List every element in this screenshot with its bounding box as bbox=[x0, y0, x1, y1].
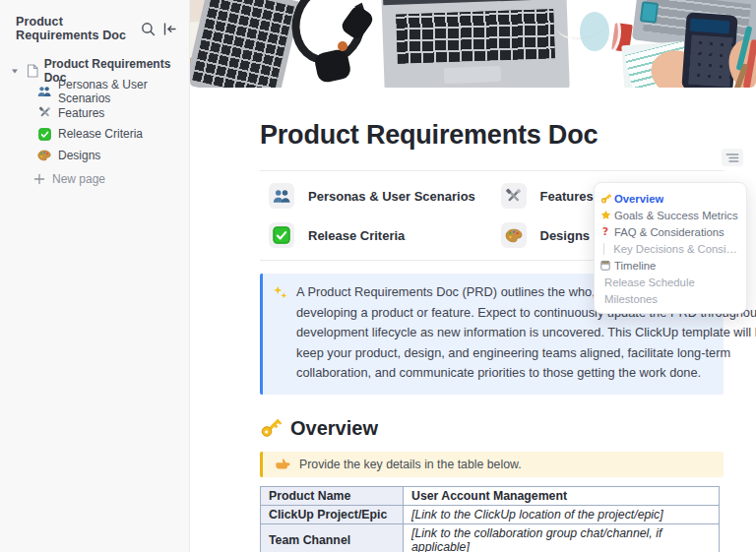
sidebar-header: Product Requirements Doc bbox=[0, 0, 189, 52]
sidebar-item-label: Designs bbox=[58, 149, 100, 162]
toc-item-release-schedule[interactable]: Release Schedule bbox=[595, 274, 746, 290]
sidebar-item-personas[interactable]: Personas & User Scenarios bbox=[0, 82, 189, 103]
clickup-doc-page: { "sidebar": { "title": "Product Require… bbox=[0, 0, 756, 552]
personas-icon bbox=[269, 183, 294, 209]
toc-item-goals[interactable]: Goals & Success Metrics bbox=[595, 207, 746, 223]
table-row: ClickUp Project/Epic [Link to the ClickU… bbox=[261, 505, 720, 523]
key-icon bbox=[260, 416, 282, 442]
check-icon bbox=[269, 222, 294, 248]
palette-icon bbox=[37, 150, 51, 161]
chevron-expand-icon[interactable] bbox=[8, 67, 21, 75]
palette-icon bbox=[501, 222, 527, 248]
table-cell-label[interactable]: Product Name bbox=[261, 486, 404, 505]
overview-heading: Overview bbox=[290, 417, 378, 440]
toc-icon[interactable] bbox=[722, 149, 743, 166]
toc-item-label: Release Schedule bbox=[604, 276, 695, 288]
toc-item-milestones[interactable]: Milestones bbox=[595, 290, 746, 307]
cover-phone bbox=[640, 1, 659, 24]
overview-heading-row[interactable]: Overview bbox=[260, 416, 724, 442]
quick-link-label: Designs bbox=[540, 228, 591, 243]
tip-callout[interactable]: Provide the key details in the table bel… bbox=[260, 452, 724, 477]
toc-item-label: Timeline bbox=[614, 260, 656, 272]
quick-link-personas[interactable]: Personas & User Scenarios bbox=[260, 180, 492, 212]
toc-popup: Overview Goals & Success Metrics ? FAQ &… bbox=[594, 182, 747, 314]
star-icon bbox=[599, 210, 611, 220]
table-cell-value[interactable]: User Account Management bbox=[404, 486, 720, 505]
pointing-hand-icon bbox=[275, 458, 290, 470]
personas-icon bbox=[37, 86, 51, 97]
sidebar: Product Requirements Doc Product Require… bbox=[0, 0, 190, 552]
toc-item-overview[interactable]: Overview bbox=[595, 190, 746, 207]
search-icon[interactable] bbox=[141, 22, 156, 36]
tip-text: Provide the key details in the table bel… bbox=[299, 458, 522, 471]
cover-calculator-keys bbox=[688, 35, 732, 88]
doc-body: Product Requirements Doc Personas & User… bbox=[190, 88, 756, 552]
cover-glass-water bbox=[580, 12, 609, 51]
cover-laptop-keys bbox=[396, 9, 555, 64]
collapse-sidebar-icon[interactable] bbox=[162, 22, 177, 36]
overview-table: Product Name User Account Management Cli… bbox=[260, 486, 720, 552]
toc-item-label: Key Decisions & Consideratio... bbox=[613, 243, 740, 255]
table-cell-label[interactable]: ClickUp Project/Epic bbox=[261, 505, 404, 523]
cover-headphone-cup bbox=[313, 48, 351, 84]
sidebar-item-label: Release Criteria bbox=[58, 127, 143, 141]
quick-link-label: Features bbox=[540, 189, 594, 204]
page-title[interactable]: Product Requirements Doc bbox=[260, 120, 724, 151]
question-icon: ? bbox=[599, 225, 611, 238]
sidebar-tree: Product Requirements Doc Personas & User… bbox=[0, 60, 189, 190]
sparkles-icon bbox=[273, 285, 287, 384]
key-icon bbox=[599, 193, 611, 204]
quick-link-label: Personas & User Scenarios bbox=[308, 189, 475, 204]
table-row: Team Channel [Link to the collaboration … bbox=[261, 523, 720, 552]
table-cell-value[interactable]: [Link to the collaboration group chat/ch… bbox=[404, 523, 720, 552]
toc-item-label: Milestones bbox=[604, 293, 658, 305]
table-row: Product Name User Account Management bbox=[261, 486, 720, 505]
toc-item-label: Overview bbox=[614, 193, 663, 205]
toc-item-timeline[interactable]: Timeline bbox=[595, 257, 746, 274]
quick-link-label: Release Criteria bbox=[308, 228, 405, 243]
quick-link-release-criteria[interactable]: Release Criteria bbox=[260, 219, 492, 251]
tools-icon bbox=[501, 183, 527, 209]
intro-line: collaboration, and communicate prioritie… bbox=[296, 363, 756, 384]
new-page-label: New page bbox=[52, 172, 105, 186]
toc-item-key-decisions[interactable]: Key Decisions & Consideratio... bbox=[595, 240, 746, 257]
cover-laptop-trackpad bbox=[444, 66, 502, 84]
table-cell-value[interactable]: [Link to the ClickUp location of the pro… bbox=[404, 505, 720, 523]
new-page-button[interactable]: New page bbox=[0, 169, 189, 191]
calendar-icon bbox=[599, 260, 611, 271]
sidebar-item-label: Personas & User Scenarios bbox=[58, 78, 189, 105]
toc-item-faq[interactable]: ? FAQ & Considerations bbox=[595, 223, 746, 240]
intro-line: development lifecycle as new information… bbox=[296, 323, 756, 343]
sidebar-item-designs[interactable]: Designs bbox=[0, 145, 189, 166]
sidebar-item-release-criteria[interactable]: Release Criteria bbox=[0, 124, 189, 146]
indent-bar bbox=[603, 243, 604, 255]
table-cell-label[interactable]: Team Channel bbox=[261, 523, 404, 552]
plus-icon bbox=[32, 173, 46, 185]
intro-line: keep your product, design, and engineeri… bbox=[296, 343, 756, 364]
sidebar-item-label: Features bbox=[58, 106, 104, 120]
toc-item-label: Goals & Success Metrics bbox=[614, 210, 738, 221]
cover-headphone-wire bbox=[338, 41, 347, 51]
sidebar-title: Product Requirements Doc bbox=[16, 15, 134, 42]
toc-item-label: FAQ & Considerations bbox=[614, 226, 724, 238]
document-icon bbox=[26, 64, 38, 78]
check-icon bbox=[37, 128, 51, 141]
tools-icon bbox=[37, 106, 51, 119]
cover-calculator-screen bbox=[690, 19, 730, 34]
cover-image bbox=[190, 0, 756, 88]
